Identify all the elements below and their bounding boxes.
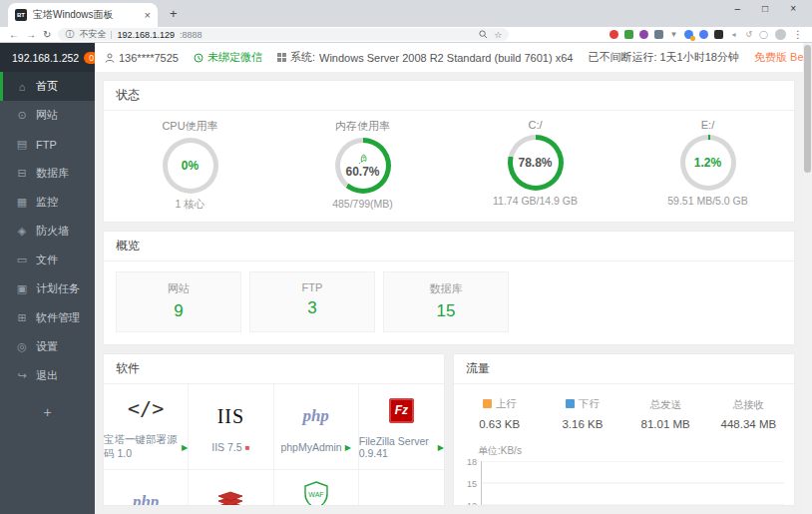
scrollbar-thumb[interactable] — [804, 45, 811, 173]
extension-icon[interactable] — [714, 30, 723, 39]
sidebar-add-button[interactable]: + — [0, 404, 95, 420]
code-icon: </> — [128, 392, 164, 424]
monitor-chart-icon: ▦ — [16, 196, 28, 209]
gauge-disk-e[interactable]: E:/ 1.2% 59.51 MB/5.0 GB — [621, 119, 794, 212]
overview-database[interactable]: 数据库15 — [383, 271, 509, 332]
stopped-icon: ■ — [245, 443, 250, 452]
sidebar-item-firewall[interactable]: ◈防火墙 — [0, 217, 95, 246]
software-item-phpmyadmin[interactable]: php phpMyAdmin▶ — [274, 384, 359, 470]
memory-donut: 60.7% — [335, 138, 391, 194]
software-empty-cell — [359, 470, 444, 506]
new-tab-button[interactable]: + — [170, 6, 178, 21]
tab-close-icon[interactable]: × — [145, 9, 151, 21]
security-label: 不安全 — [79, 28, 106, 41]
omnibox-divider — [111, 31, 112, 39]
url-port: :8888 — [180, 30, 203, 40]
wechat-label: 未绑定微信 — [207, 50, 262, 65]
sidebar-item-home[interactable]: ⌂首页 — [0, 72, 95, 101]
back-icon[interactable]: ← — [9, 30, 19, 40]
extension-icon[interactable]: ◂ — [729, 30, 738, 39]
reload-icon[interactable]: ↻ — [43, 30, 51, 40]
software-name: IIS 7.5 — [211, 441, 241, 453]
php-logo: php — [302, 400, 328, 432]
browser-menu-icon[interactable]: ⋮ — [793, 29, 803, 40]
window-close-button[interactable]: × — [790, 3, 796, 14]
sidebar-item-sites[interactable]: ⊙网站 — [0, 101, 95, 130]
status-panel-title: 状态 — [104, 81, 794, 111]
window-maximize-button[interactable]: □ — [762, 3, 768, 14]
extension-icon[interactable] — [699, 30, 708, 39]
software-item-deploy[interactable]: </> 宝塔一键部署源码 1.0▶ — [104, 384, 189, 470]
wechat-bind-link[interactable]: 未绑定微信 — [194, 50, 262, 65]
extension-icon[interactable] — [624, 30, 633, 39]
gauge-disk-c[interactable]: C:/ 78.8% 11.74 GB/14.9 GB — [449, 119, 621, 212]
sidebar-item-monitor[interactable]: ▦监控 — [0, 188, 95, 217]
traffic-area-chart — [481, 461, 784, 506]
extension-icon[interactable] — [654, 30, 663, 39]
extension-icon[interactable] — [639, 30, 648, 39]
overview-ftp[interactable]: FTP3 — [249, 271, 375, 332]
sidebar-item-software[interactable]: ⊞软件管理 — [0, 303, 95, 332]
running-icon: ▶ — [182, 443, 188, 452]
window-minimize-button[interactable]: – — [735, 3, 741, 14]
gauge-memory[interactable]: 内存使用率 60.7% 485/799(MB) — [276, 119, 449, 212]
user-icon — [105, 53, 115, 63]
software-item-php52[interactable]: php PHP-5.2▶ — [104, 470, 189, 506]
extension-icon[interactable]: ◯ — [759, 30, 768, 39]
wechat-icon — [194, 53, 203, 63]
extension-icon[interactable] — [684, 30, 693, 39]
upload-swatch — [483, 399, 492, 408]
server-header[interactable]: 192.168.1.252 0 — [0, 43, 95, 72]
software-item-iis[interactable]: IIS IIS 7.5■ — [189, 384, 273, 470]
stat-upload: 上行 0.63 KB — [458, 394, 541, 430]
software-item-waf[interactable]: WAF 宝塔IIS防火墙 1.0▶ — [274, 470, 359, 506]
url-host: 192.168.1.129 — [117, 30, 175, 40]
sidebar-item-label: 网站 — [36, 108, 58, 123]
stat-total-received: 总接收 448.34 MB — [707, 394, 790, 430]
software-item-filezilla[interactable]: Fz FileZilla Server 0.9.41▶ — [359, 384, 444, 470]
window-controls: – □ × — [735, 0, 812, 14]
y-axis-labels: 1815129 — [464, 461, 481, 506]
security-info-icon[interactable]: ⓘ — [65, 28, 74, 41]
sidebar-item-cron[interactable]: ▣计划任务 — [0, 274, 95, 303]
waf-shield-icon: WAF — [303, 479, 329, 506]
sidebar-item-ftp[interactable]: ▤FTP — [0, 130, 95, 159]
browser-toolbar: ← → ↻ ⓘ 不安全 192.168.1.129 :8888 ☆ ▼◂↺◯ ⋮ — [0, 27, 812, 43]
sidebar-item-label: 计划任务 — [36, 281, 80, 296]
sidebar-item-logout[interactable]: ↪退出 — [0, 361, 95, 390]
php-logo: php — [133, 486, 159, 506]
extension-icon[interactable]: ↺ — [744, 30, 753, 39]
forward-icon[interactable]: → — [26, 30, 36, 40]
svg-text:WAF: WAF — [308, 491, 323, 498]
sidebar-item-label: 首页 — [36, 79, 58, 94]
sidebar-item-files[interactable]: ▭文件 — [0, 246, 95, 274]
sidebar-item-settings[interactable]: ◎设置 — [0, 332, 95, 361]
sidebar-item-database[interactable]: ⊟数据库 — [0, 159, 95, 188]
tab-title: 宝塔Windows面板 — [33, 8, 139, 22]
profile-avatar[interactable] — [775, 29, 786, 40]
gauge-cpu[interactable]: CPU使用率 0% 1 核心 — [104, 119, 276, 212]
shield-icon: ◈ — [16, 225, 28, 238]
address-bar[interactable]: ⓘ 不安全 192.168.1.129 :8888 ☆ — [58, 28, 509, 41]
system-info: 系统: Windows Server 2008 R2 Standard (bui… — [277, 50, 573, 65]
software-item-redis[interactable]: redis 1.0▶ — [189, 470, 273, 506]
traffic-chart: 单位:KB/s 1815129 — [454, 432, 794, 506]
iis-logo: IIS — [217, 400, 244, 432]
traffic-panel: 流量 上行 0.63 KB 下行 3.16 KB 总发送 81.01 MB — [453, 353, 795, 506]
bt-panel: 192.168.1.252 0 ⌂首页 ⊙网站 ▤FTP ⊟数据库 ▦监控 ◈防… — [0, 43, 812, 514]
overview-sites[interactable]: 网站9 — [116, 271, 241, 332]
account-item[interactable]: 136****7525 — [105, 52, 179, 64]
redis-logo — [217, 486, 243, 506]
y-tick-label: 15 — [467, 479, 477, 489]
logout-icon: ↪ — [16, 369, 28, 382]
running-icon: ▶ — [345, 443, 351, 452]
bookmark-star-icon[interactable]: ☆ — [494, 30, 502, 40]
browser-tab[interactable]: BT 宝塔Windows面板 × — [8, 3, 158, 27]
page-scrollbar[interactable] — [803, 43, 812, 514]
extension-icon[interactable] — [609, 30, 618, 39]
search-icon[interactable] — [479, 30, 488, 39]
software-name: phpMyAdmin — [280, 441, 341, 453]
software-panel-title: 软件 — [104, 354, 444, 384]
extension-icon[interactable]: ▼ — [669, 30, 678, 39]
download-swatch — [566, 399, 575, 408]
